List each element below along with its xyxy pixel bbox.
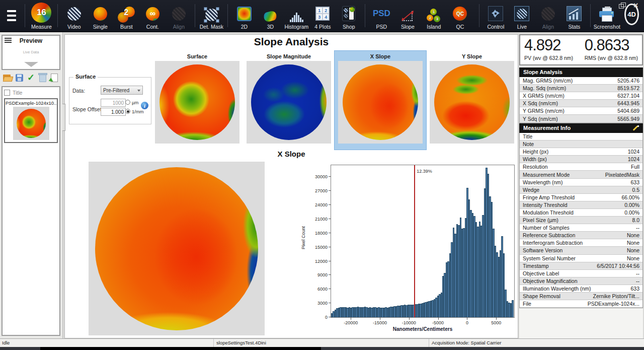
row-value: Zernike Piston/Tilt... (593, 293, 639, 299)
toolbar-video-button[interactable]: Video (62, 2, 86, 30)
toolbar-detector-mask-button[interactable]: Det. Mask (200, 2, 223, 30)
row-value: -- (636, 278, 639, 284)
table-row: Software VersionNone (520, 247, 642, 254)
row-label: Wedge (523, 187, 539, 193)
single-icon (94, 7, 107, 21)
row-label: Software Version (523, 247, 562, 253)
toolbar-2d-button[interactable]: 2D (232, 2, 256, 30)
table-row: Measurement ModePixelatedMask (520, 171, 642, 178)
toolbar-control-button[interactable]: Control (484, 2, 507, 30)
close-button[interactable]: × (633, 3, 640, 9)
y-axis-tick (329, 247, 331, 247)
sidebar-splitter-handle[interactable] (62, 104, 65, 131)
histogram-plot-area[interactable]: Pixel Count Nanometers/Centimeters 03000… (331, 165, 515, 318)
save-icon[interactable] (14, 73, 24, 83)
toolbar-stats-button[interactable]: Stats (562, 2, 586, 30)
y-axis-tick (329, 274, 331, 275)
row-label: Y GRMS (nm/cm) (523, 108, 565, 114)
toolbar-burst-button[interactable]: 2 Burst (115, 2, 138, 30)
toolbar-4plots-button[interactable]: 1234 4 Plots (311, 2, 334, 30)
preview-expand-arrow-icon[interactable] (24, 62, 38, 67)
pv-value: 4.892 (524, 36, 577, 54)
y-axis-tick-label: 3000 (317, 301, 328, 306)
y-axis-tick (329, 176, 331, 177)
control-icon (488, 6, 503, 21)
table-row: Y GRMS (nm/cm)5404.689 (520, 107, 642, 115)
results-panel: 4.892 PV (wv @ 632.8 nm) 0.8633 RMS (wv … (519, 34, 643, 338)
y-axis-tick-label: 6000 (317, 287, 328, 292)
shop-icon (342, 6, 355, 21)
thumb-y-slope[interactable]: Y Slope (426, 51, 518, 150)
slope-analysis-table: Mag. GRMS (nm/cm)5205.476Mag. Sdq (nm/cm… (519, 77, 643, 123)
status-filename: slopeSettingsTest.4Dini (216, 340, 266, 345)
thumb-surface[interactable]: Surface (151, 51, 243, 150)
toolbar-cont-button[interactable]: ∞ Cont. (141, 2, 164, 30)
um-radio[interactable] (125, 100, 130, 105)
toolbar-psd-button[interactable]: PSD PSD (370, 2, 393, 30)
chevron-down-icon (137, 90, 140, 93)
histogram-icon (290, 9, 303, 23)
toolbar-histogram-button[interactable]: Histogram (285, 2, 308, 30)
toolbar-separator (195, 4, 195, 27)
list-header: Title (4, 89, 58, 97)
edit-pencil-icon[interactable] (632, 125, 639, 131)
per-mm-radio[interactable] (125, 109, 130, 114)
toolbar-island-button[interactable]: 1 2 3 Island (422, 2, 445, 30)
y-axis-tick (329, 317, 331, 317)
row-label: Fringe Amp Threshold (523, 194, 575, 200)
slope-offset-um-input[interactable]: 1000 (101, 99, 126, 107)
row-label: Number of Samples (523, 225, 570, 231)
table-row: Objective Magnification-- (520, 277, 642, 285)
thumb-x-slope[interactable]: X Slope (335, 51, 426, 150)
measurement-info-table: TitleNoteHeight (px)1024Width (px)1024Re… (519, 133, 643, 308)
table-row: Reference SubtractionNone (520, 232, 642, 239)
x-axis-tick (496, 317, 497, 320)
x-axis-tick (380, 317, 380, 320)
y-axis-tick-label: 30000 (315, 174, 328, 179)
slope-offset-mm-input[interactable]: 1.000 (101, 108, 126, 116)
export-icon[interactable] (49, 73, 59, 83)
toolbar-separator (479, 4, 479, 27)
list-item[interactable]: PSDExample-1024x10... (4, 98, 58, 143)
row-value: 633 (630, 286, 639, 292)
trash-icon[interactable] (38, 73, 48, 83)
row-label: X Sdq (nm/cm) (523, 100, 558, 106)
toolbar-single-button[interactable]: Single (89, 2, 112, 30)
toolbar-slope-button[interactable]: Slope (396, 2, 419, 30)
toolbar-3d-button[interactable]: 3D (259, 2, 282, 30)
row-label: Objective Label (523, 270, 559, 276)
toolbar-separator (590, 4, 591, 27)
row-value: None (627, 240, 639, 246)
toolbar-live-button[interactable]: Live (510, 2, 533, 30)
open-folder-icon[interactable] (3, 73, 13, 83)
x-axis-tick (438, 317, 439, 320)
data-dropdown[interactable]: Pre-Filtered (101, 86, 143, 95)
toolbar-shop-button[interactable]: Shop (337, 2, 360, 30)
um-unit-label: µm (132, 100, 138, 105)
toolbar-separator (227, 4, 228, 27)
toolbar-qc-button[interactable]: QC QC (448, 2, 471, 30)
minimize-button[interactable] (604, 3, 611, 9)
table-row: Height (px)1024 (520, 148, 642, 156)
checkmark-icon[interactable]: ✓ (26, 73, 36, 83)
x-slope-detail-map[interactable] (89, 162, 265, 335)
row-value: PSDExample-1024x... (588, 301, 639, 307)
slope-analysis-header: Slope Analysis (519, 67, 643, 77)
info-icon[interactable]: i (141, 102, 148, 109)
window-controls: × (604, 3, 640, 9)
thumb-slope-magnitude[interactable]: Slope Magnitude (243, 51, 335, 150)
table-row: Width (px)1024 (520, 156, 642, 163)
y-axis-tick (329, 303, 331, 303)
pv-cell: 4.892 PV (wv @ 632.8 nm) (520, 35, 581, 64)
toolbar-measure-button[interactable]: 16 Measure (30, 2, 53, 30)
title-checkbox[interactable] (4, 90, 10, 96)
y-axis-tick-label: 12000 (315, 259, 328, 264)
island-icon: 1 2 3 (426, 9, 441, 23)
restore-button[interactable] (619, 3, 625, 9)
rms-cell: 0.8633 RMS (wv @ 632.8 nm) (581, 35, 642, 64)
table-row: Objective Label-- (520, 270, 642, 277)
table-row: X GRMS (nm/cm)6327.104 (520, 92, 642, 100)
row-label: File (523, 301, 531, 307)
detail-plot-title: X Slope (65, 150, 518, 158)
menu-icon[interactable] (7, 10, 16, 21)
